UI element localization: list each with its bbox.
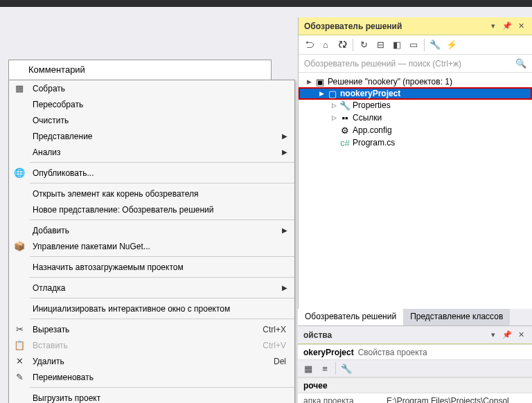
menu-separator — [30, 277, 294, 278]
menu-item-label: Переименовать — [30, 373, 294, 382]
delete-icon: ✕ — [9, 356, 30, 366]
menu-item-отладка[interactable]: Отладка▶ — [9, 280, 294, 296]
properties-icon[interactable]: 🔧 — [427, 37, 443, 53]
menu-item-выгрузить-проект[interactable]: Выгрузить проект — [9, 390, 294, 403]
menu-item-открыть-элемент-как-корень-обозревателя[interactable]: Открыть элемент как корень обозревателя — [9, 186, 294, 202]
properties-node[interactable]: ▷ 🔧 Properties — [299, 99, 532, 111]
window-chrome-top — [0, 0, 532, 7]
chevron-right-icon: ▶ — [282, 148, 294, 156]
menu-separator — [30, 319, 294, 319]
menu-item-добавить[interactable]: Добавить▶ — [9, 222, 294, 238]
menu-item-label: Вырезать — [30, 325, 263, 334]
flash-icon[interactable]: ⚡ — [444, 37, 459, 53]
menu-item-назначить-автозагружаемым-проектом[interactable]: Назначить автозагружаемым проектом — [9, 259, 294, 275]
project-node[interactable]: ▶ ▢ nookeryProject — [299, 87, 532, 100]
chevron-down-icon[interactable]: ▶ — [304, 78, 314, 85]
collapse-icon[interactable]: ⊟ — [373, 37, 388, 53]
panel-tabs: Обозреватель решений Представление класс… — [298, 309, 532, 327]
properties-object[interactable]: okeryProject Свойства проекта — [298, 344, 532, 359]
sync-icon[interactable]: 🗘 — [335, 37, 350, 53]
appconfig-node[interactable]: ⚙ App.config — [299, 124, 532, 136]
menu-item-опубликовать-[interactable]: 🌐Опубликовать... — [9, 165, 294, 181]
pin-icon[interactable]: 📌 — [502, 21, 513, 32]
menu-shortcut: Ctrl+V — [263, 341, 294, 350]
preview-icon[interactable]: ▭ — [406, 37, 421, 53]
chevron-down-icon[interactable]: ▶ — [317, 90, 326, 97]
close-icon[interactable]: ✕ — [515, 21, 526, 32]
panel-dropdown-icon[interactable]: ▾ — [488, 21, 499, 32]
refresh-icon[interactable]: ↻ — [356, 37, 371, 53]
solution-node[interactable]: ▶ ▣ Решение "nookery" (проектов: 1) — [299, 75, 532, 88]
menu-separator — [30, 183, 294, 183]
categorize-icon[interactable]: ▦ — [301, 361, 316, 376]
csharp-file-icon: c# — [339, 138, 351, 148]
showall-icon[interactable]: ◧ — [389, 37, 405, 53]
menu-item-анализ[interactable]: Анализ▶ — [9, 144, 294, 160]
menu-separator — [30, 256, 294, 257]
home-icon[interactable]: ⌂ — [318, 37, 333, 53]
search-placeholder: Обозреватель решений — поиск (Ctrl+ж) — [304, 59, 515, 69]
menu-separator — [30, 387, 294, 388]
menu-item-label: Удалить — [30, 357, 274, 366]
menu-item-новое-представление-обозреватель-решений[interactable]: Новое представление: Обозреватель решени… — [9, 202, 294, 217]
menu-item-label: Назначить автозагружаемым проектом — [30, 262, 294, 272]
sort-icon[interactable]: ≡ — [317, 361, 332, 376]
tab-solution-explorer[interactable]: Обозреватель решений — [298, 309, 403, 327]
menu-item-label: Инициализировать интерактивное окно с пр… — [30, 304, 294, 314]
menu-item-label: Управление пакетами NuGet... — [30, 242, 294, 251]
menu-item-label: Вставить — [30, 341, 263, 350]
wrench-icon: 🔧 — [339, 100, 351, 111]
menu-item-очистить[interactable]: Очистить — [9, 112, 294, 128]
menu-separator — [30, 220, 294, 220]
menu-item-label: Открыть элемент как корень обозревателя — [30, 189, 294, 199]
solution-explorer-header: Обозреватель решений ▾ 📌 ✕ — [299, 17, 532, 35]
solution-toolbar: ⮌ ⌂ 🗘 ↻ ⊟ ◧ ▭ 🔧 ⚡ — [299, 35, 532, 55]
chevron-right-icon[interactable]: ▷ — [329, 114, 339, 121]
solution-search[interactable]: Обозреватель решений — поиск (Ctrl+ж) 🔍 — [299, 55, 532, 73]
search-icon[interactable]: 🔍 — [515, 58, 526, 69]
solution-explorer-panel: Обозреватель решений ▾ 📌 ✕ ⮌ ⌂ 🗘 ↻ ⊟ ◧ ▭… — [298, 17, 532, 325]
menu-item-label: Выгрузить проект — [30, 393, 294, 403]
menu-item-вырезать[interactable]: ✂ВырезатьCtrl+X — [9, 321, 294, 337]
panel-dropdown-icon[interactable]: ▾ — [488, 330, 499, 341]
menu-item-инициализировать-интерактивное-окно-с-проектом[interactable]: Инициализировать интерактивное окно с пр… — [9, 301, 294, 316]
menu-item-label: Добавить — [30, 226, 282, 235]
menu-separator — [30, 298, 294, 298]
program-node[interactable]: c# Program.cs — [299, 136, 532, 149]
menu-separator — [30, 162, 294, 163]
chevron-right-icon[interactable]: ▷ — [329, 102, 339, 109]
wrench-icon[interactable]: 🔧 — [339, 361, 354, 376]
menu-item-управление-пакетами-nuget-[interactable]: 📦Управление пакетами NuGet... — [9, 238, 294, 254]
menu-item-представление[interactable]: Представление▶ — [9, 128, 294, 144]
menu-shortcut: Del — [274, 357, 294, 366]
property-category[interactable]: рочее — [298, 377, 532, 393]
property-row[interactable]: апка проекта E:\Program Files\Projects\C… — [298, 393, 532, 403]
menu-item-удалить[interactable]: ✕УдалитьDel — [9, 353, 294, 369]
back-icon[interactable]: ⮌ — [301, 37, 317, 53]
menu-item-label: Отладка — [30, 283, 282, 293]
properties-toolbar: ▦ ≡ 🔧 — [298, 359, 532, 377]
menu-item-label: Анализ — [30, 147, 282, 157]
project-context-menu: ▦СобратьПересобратьОчиститьПредставление… — [8, 80, 295, 403]
menu-item-label: Собрать — [30, 84, 294, 93]
globe-icon: 🌐 — [9, 168, 30, 178]
close-icon[interactable]: ✕ — [515, 330, 526, 341]
properties-panel: ойства ▾ 📌 ✕ okeryProject Свойства проек… — [298, 325, 532, 403]
pin-icon[interactable]: 📌 — [502, 330, 513, 341]
chevron-right-icon: ▶ — [282, 284, 294, 292]
menu-item-переименовать[interactable]: ✎Переименовать — [9, 369, 294, 385]
rename-icon: ✎ — [9, 372, 30, 382]
comments-header: Комментарий — [9, 60, 271, 79]
tab-class-view[interactable]: Представление классов — [403, 309, 510, 327]
menu-item-label: Представление — [30, 132, 282, 141]
paste-icon: 📋 — [9, 340, 30, 350]
menu-item-собрать[interactable]: ▦Собрать — [9, 80, 294, 96]
references-node[interactable]: ▷ ▪▪ Ссылки — [299, 111, 532, 124]
menu-item-пересобрать[interactable]: Пересобрать — [9, 96, 294, 112]
menu-item-вставить[interactable]: 📋ВставитьCtrl+V — [9, 337, 294, 353]
menu-item-label: Очистить — [30, 116, 294, 125]
csharp-project-icon: ▢ — [326, 89, 339, 99]
menu-shortcut: Ctrl+X — [263, 325, 294, 334]
panel-title: Обозреватель решений — [304, 21, 485, 31]
menu-item-label: Пересобрать — [30, 100, 294, 109]
